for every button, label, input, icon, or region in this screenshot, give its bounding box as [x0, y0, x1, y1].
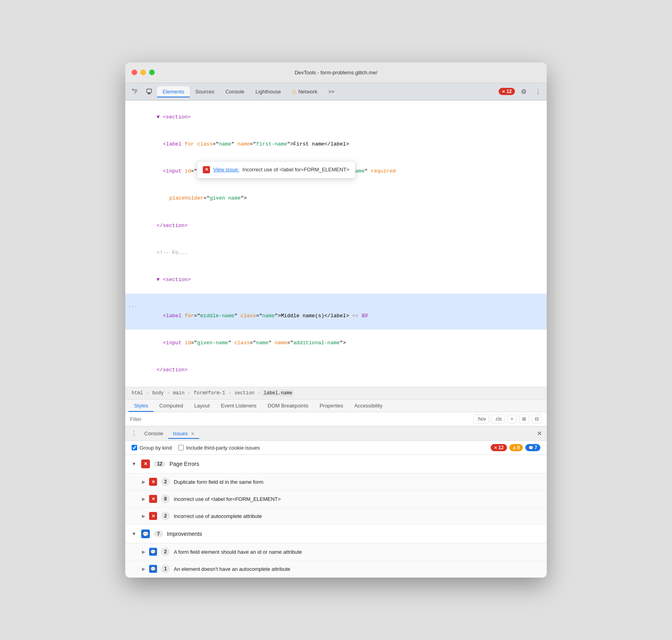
issue-label: Incorrect use of <label for=FORM_ELEMENT…: [174, 496, 281, 502]
include-cookies-checkbox[interactable]: Include third-party cookie issues: [178, 445, 260, 451]
issue-error-icon: ✕: [149, 512, 157, 520]
error-count-badge[interactable]: ✕ 12: [499, 88, 515, 95]
view-issue-link[interactable]: View issue:: [213, 165, 239, 174]
breadcrumb-form[interactable]: form#form-1: [192, 390, 227, 397]
page-errors-chevron: ▼: [132, 461, 136, 467]
item-arrow-icon: ▶: [142, 479, 145, 485]
tab-dom-breakpoints[interactable]: DOM Breakpoints: [262, 400, 314, 412]
issue-error-icon: ✕: [149, 478, 157, 486]
add-style-button[interactable]: +: [507, 415, 517, 423]
issues-count-badges: ✕ 12 ⚠ 0 💬 7: [491, 444, 540, 451]
issue-tooltip[interactable]: ✕ View issue: Incorrect use of <label fo…: [197, 161, 355, 178]
item-arrow-icon: ▶: [142, 549, 145, 555]
issues-toolbar: Group by kind Include third-party cookie…: [125, 441, 547, 455]
close-panel-button[interactable]: ✕: [535, 428, 544, 439]
issue-info-icon: 💬: [149, 565, 157, 573]
tabbar-right: ✕ 12 ⚙ ⋮: [499, 86, 544, 97]
issue-item-autocomplete[interactable]: ▶ ✕ 2 Incorrect use of autocomplete attr…: [125, 508, 547, 525]
page-errors-label: Page Errors: [169, 461, 199, 467]
tab-more[interactable]: >>: [323, 86, 340, 97]
svg-rect-1: [147, 89, 151, 93]
error-x-icon: ✕: [502, 89, 505, 94]
issue-item-duplicate[interactable]: ▶ ✕ 2 Duplicate form field id in the sam…: [125, 473, 547, 491]
maximize-button[interactable]: [149, 70, 155, 75]
page-errors-group-header[interactable]: ▼ ✕ 12 Page Errors: [125, 455, 547, 473]
tab-lighthouse[interactable]: Lighthouse: [250, 86, 287, 97]
tab-issues-panel[interactable]: Issues ✕: [168, 428, 199, 439]
tooltip-message: Incorrect use of <label for=FORM_ELEMENT…: [243, 165, 350, 174]
breadcrumb: html › body › main › form#form-1 › secti…: [125, 387, 547, 400]
settings-icon[interactable]: ⚙: [518, 86, 529, 97]
improvements-group-header[interactable]: ▼ 💬 7 Improvements: [125, 525, 547, 543]
traffic-lights: [132, 70, 155, 75]
dom-line: ▼ <section>: [125, 104, 547, 131]
tab-console-panel[interactable]: Console: [140, 428, 168, 439]
tab-styles[interactable]: Styles: [128, 400, 153, 412]
info-badge-icon: 💬: [528, 446, 533, 450]
breadcrumb-html[interactable]: html: [130, 390, 145, 397]
tab-layout[interactable]: Layout: [188, 400, 215, 412]
page-errors-group-icon: ✕: [141, 460, 150, 468]
cls-button[interactable]: .cls: [491, 415, 505, 423]
tab-network[interactable]: ⚠Network: [286, 86, 323, 97]
include-cookies-input[interactable]: [178, 445, 184, 450]
breadcrumb-body[interactable]: body: [151, 390, 165, 397]
close-issues-tab[interactable]: ✕: [191, 431, 194, 436]
more-options-icon[interactable]: ⋮: [532, 86, 544, 97]
breadcrumb-section[interactable]: section: [233, 390, 256, 397]
group-by-kind-checkbox[interactable]: Group by kind: [132, 445, 172, 451]
tab-event-listeners[interactable]: Event Listeners: [215, 400, 262, 412]
tooltip-error-icon: ✕: [203, 166, 210, 173]
breadcrumb-main[interactable]: main: [171, 390, 186, 397]
hov-button[interactable]: :hov: [474, 415, 489, 423]
dom-line: <label for class="name" name="first-name…: [125, 131, 547, 158]
issue-count: 1: [161, 564, 170, 573]
issue-error-icon: ✕: [149, 495, 157, 503]
improvements-chevron: ▼: [132, 531, 136, 537]
panel-button[interactable]: ⊟: [532, 415, 542, 423]
window-title: DevTools - form-problems.glitch.me/: [295, 70, 377, 76]
issue-count: 2: [161, 512, 170, 520]
network-warning-icon: ⚠: [292, 89, 297, 95]
issue-item-no-autocomplete[interactable]: ▶ 💬 1 An element doesn't have an autocom…: [125, 560, 547, 578]
svg-rect-0: [132, 89, 134, 90]
filter-input[interactable]: [130, 416, 470, 422]
devtools-window: DevTools - form-problems.glitch.me/ Elem…: [125, 62, 547, 578]
tab-elements[interactable]: Elements: [157, 86, 190, 97]
issue-item-label-for[interactable]: ▶ ✕ 8 Incorrect use of <label for=FORM_E…: [125, 491, 547, 508]
filter-bar: :hov .cls + ⊞ ⊟: [125, 412, 547, 426]
item-arrow-icon: ▶: [142, 496, 145, 502]
error-badge-icon: ✕: [494, 446, 497, 450]
close-button[interactable]: [132, 70, 137, 75]
item-arrow-icon: ▶: [142, 566, 145, 572]
tab-accessibility[interactable]: Accessibility: [349, 400, 388, 412]
dom-line: <!-- Fo...: [125, 239, 547, 266]
issue-count: 2: [161, 547, 170, 556]
issue-label: A form field element should have an id o…: [174, 549, 302, 555]
panel-menu-icon[interactable]: ⋮: [128, 428, 140, 439]
titlebar: DevTools - form-problems.glitch.me/: [125, 62, 547, 83]
layout-button[interactable]: ⊞: [519, 415, 529, 423]
group-by-kind-input[interactable]: [132, 445, 137, 450]
tab-computed[interactable]: Computed: [153, 400, 188, 412]
dom-ellipsis: ···: [128, 303, 137, 311]
tab-sources[interactable]: Sources: [190, 86, 220, 97]
tab-properties[interactable]: Properties: [314, 400, 349, 412]
issues-info-badge: 💬 7: [525, 444, 540, 451]
dom-line: </section>: [125, 212, 547, 239]
issue-info-icon: 💬: [149, 548, 157, 556]
breadcrumb-label[interactable]: label.name: [262, 390, 294, 397]
issues-warning-badge: ⚠ 0: [509, 444, 523, 451]
inspector-icon[interactable]: [143, 85, 155, 98]
svg-rect-2: [148, 93, 150, 94]
cursor-icon[interactable]: [128, 85, 141, 98]
tab-console[interactable]: Console: [220, 86, 250, 97]
dom-line: ▼ <section>: [125, 266, 547, 293]
issues-body: ▼ ✕ 12 Page Errors ▶ ✕ 2 Duplicate form …: [125, 455, 547, 578]
issue-item-form-id[interactable]: ▶ 💬 2 A form field element should have a…: [125, 543, 547, 560]
styles-tabs: Styles Computed Layout Event Listeners D…: [125, 400, 547, 412]
dom-line-selected[interactable]: ··· <label for="middle-name" class="name…: [125, 294, 547, 330]
minimize-button[interactable]: [140, 70, 146, 75]
issue-label: Incorrect use of autocomplete attribute: [174, 513, 262, 519]
issue-count: 2: [161, 477, 170, 486]
